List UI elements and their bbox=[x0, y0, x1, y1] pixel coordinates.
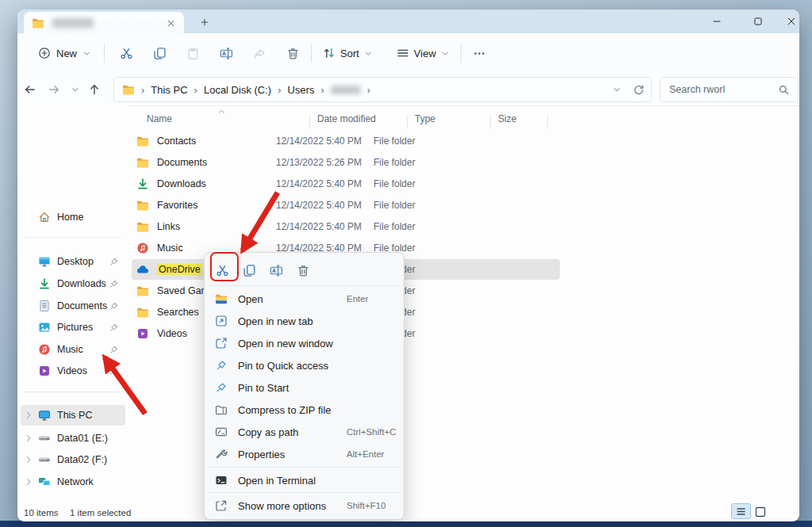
delete-button[interactable] bbox=[279, 40, 306, 67]
column-separator[interactable] bbox=[407, 115, 408, 129]
sidebar-item-pictures[interactable]: Pictures bbox=[21, 317, 125, 338]
file-row[interactable]: Favorites 12/14/2022 5:40 PM File folder bbox=[132, 195, 560, 216]
breadcrumb-users[interactable]: Users bbox=[288, 84, 315, 96]
menu-item-properties[interactable]: Properties Alt+Enter bbox=[208, 443, 400, 465]
sidebar-item-videos[interactable]: Videos bbox=[21, 361, 125, 381]
sidebar-item-downloads[interactable]: Downloads bbox=[21, 273, 125, 294]
sort-button[interactable]: Sort bbox=[316, 40, 379, 67]
context-rename-button[interactable] bbox=[265, 259, 287, 281]
sidebar-item-data02[interactable]: Data02 (F:) bbox=[21, 449, 125, 470]
context-copy-button[interactable] bbox=[238, 259, 260, 281]
breadcrumb-local-disk[interactable]: Local Disk (C:) bbox=[204, 84, 271, 96]
context-delete-button[interactable] bbox=[292, 259, 314, 281]
chevron-right-icon[interactable] bbox=[24, 477, 33, 487]
file-row[interactable]: Contacts 12/14/2022 5:40 PM File folder bbox=[132, 131, 560, 151]
minimize-button[interactable] bbox=[700, 10, 733, 33]
back-button[interactable] bbox=[20, 79, 40, 100]
chevron-right-icon[interactable] bbox=[24, 455, 33, 464]
menu-item-open-new-window[interactable]: Open in new window bbox=[208, 332, 400, 354]
column-header-name[interactable]: Name bbox=[147, 113, 172, 131]
up-button[interactable] bbox=[84, 79, 105, 100]
scissors-icon bbox=[216, 264, 229, 277]
large-icons-view-toggle[interactable] bbox=[753, 505, 768, 519]
explorer-tab[interactable] bbox=[24, 12, 184, 33]
forward-arrow-icon bbox=[48, 83, 60, 96]
chevron-down-icon[interactable] bbox=[612, 85, 622, 94]
breadcrumb-this-pc[interactable]: This PC bbox=[151, 84, 187, 96]
search-input[interactable]: Search rworl bbox=[660, 77, 799, 102]
context-cut-button[interactable] bbox=[211, 259, 233, 281]
see-more-button[interactable] bbox=[466, 40, 493, 67]
view-button[interactable]: View bbox=[390, 40, 456, 67]
trash-icon bbox=[297, 264, 310, 277]
sidebar-item-this-pc[interactable]: This PC bbox=[21, 405, 125, 426]
sidebar-item-network[interactable]: Network bbox=[21, 472, 125, 492]
maximize-button[interactable] bbox=[741, 10, 775, 33]
cut-button[interactable] bbox=[113, 40, 140, 67]
menu-item-label: Pin to Start bbox=[238, 382, 400, 394]
share-button[interactable] bbox=[246, 40, 273, 67]
pin-icon bbox=[109, 345, 119, 355]
breadcrumb[interactable]: › This PC › Local Disk (C:) › Users › › bbox=[113, 77, 652, 102]
copy-button[interactable] bbox=[146, 40, 173, 67]
menu-divider bbox=[208, 492, 400, 493]
forward-button[interactable] bbox=[44, 79, 64, 100]
column-separator[interactable] bbox=[547, 115, 548, 129]
menu-item-compress-zip[interactable]: Compress to ZIP file bbox=[208, 399, 400, 421]
menu-item-open-new-tab[interactable]: Open in new tab bbox=[208, 310, 400, 332]
maximize-icon bbox=[753, 16, 764, 27]
column-separator[interactable] bbox=[309, 115, 310, 129]
chevron-right-icon[interactable] bbox=[24, 433, 33, 443]
file-row[interactable]: Downloads 12/14/2022 5:40 PM File folder bbox=[132, 174, 560, 194]
menu-item-label: Open in new window bbox=[238, 338, 400, 349]
rename-button[interactable] bbox=[213, 40, 239, 67]
refresh-icon[interactable] bbox=[633, 84, 645, 96]
context-menu: Open Enter Open in new tab Open in new w… bbox=[204, 252, 404, 520]
downloads-icon bbox=[38, 277, 51, 290]
menu-item-pin-to-start[interactable]: Pin to Start bbox=[208, 376, 400, 399]
breadcrumb-separator: › bbox=[278, 84, 281, 96]
menu-item-copy-as-path[interactable]: Copy as path Ctrl+Shift+C bbox=[208, 421, 400, 443]
column-header-type[interactable]: Type bbox=[415, 113, 435, 131]
view-lines-icon bbox=[396, 47, 409, 59]
breadcrumb-separator: › bbox=[320, 84, 324, 96]
folder-icon bbox=[136, 156, 149, 169]
sidebar-item-label: Downloads bbox=[57, 278, 109, 289]
new-button[interactable]: New bbox=[30, 40, 99, 67]
pin-icon bbox=[109, 279, 119, 289]
recent-locations-button[interactable] bbox=[65, 79, 86, 100]
new-tab-button[interactable] bbox=[197, 14, 213, 30]
menu-item-label: Open in Terminal bbox=[238, 475, 400, 487]
menu-item-show-more-options[interactable]: Show more options Shift+F10 bbox=[208, 495, 400, 517]
column-separator[interactable] bbox=[490, 115, 491, 129]
search-icon bbox=[778, 84, 790, 96]
tab-title-blurred bbox=[52, 18, 94, 28]
sidebar-item-data01[interactable]: Data01 (E:) bbox=[21, 428, 125, 449]
chevron-right-icon[interactable] bbox=[24, 411, 33, 420]
back-arrow-icon bbox=[24, 83, 36, 96]
menu-item-label: Open in new tab bbox=[238, 315, 400, 327]
file-row[interactable]: Links 12/14/2022 5:40 PM File folder bbox=[132, 216, 560, 237]
file-name: Contacts bbox=[157, 136, 276, 147]
sidebar-item-label: Music bbox=[57, 344, 109, 355]
sidebar-item-label: Desktop bbox=[57, 256, 109, 267]
sidebar-item-label: Data01 (E:) bbox=[57, 433, 125, 444]
sidebar-item-label: Home bbox=[57, 212, 125, 223]
close-icon bbox=[167, 19, 175, 28]
sidebar-item-desktop[interactable]: Desktop bbox=[21, 251, 125, 272]
menu-item-open[interactable]: Open Enter bbox=[208, 288, 400, 310]
column-header-date[interactable]: Date modified bbox=[317, 113, 376, 131]
sidebar-item-music[interactable]: Music bbox=[21, 339, 125, 360]
paste-button[interactable] bbox=[179, 40, 206, 67]
menu-item-pin-quick-access[interactable]: Pin to Quick access bbox=[208, 354, 400, 376]
column-header-size[interactable]: Size bbox=[498, 113, 516, 131]
close-window-button[interactable] bbox=[775, 10, 799, 33]
sidebar-item-documents[interactable]: Documents bbox=[21, 296, 125, 316]
file-row[interactable]: Documents 12/13/2022 5:26 PM File folder bbox=[132, 152, 560, 173]
sidebar-item-label: Videos bbox=[57, 365, 109, 376]
menu-item-open-in-terminal[interactable]: Open in Terminal bbox=[208, 469, 400, 491]
tab-close-button[interactable] bbox=[163, 16, 178, 30]
sidebar-item-home[interactable]: Home bbox=[21, 207, 125, 227]
details-view-toggle[interactable] bbox=[731, 503, 751, 519]
file-name: Downloads bbox=[157, 178, 276, 189]
